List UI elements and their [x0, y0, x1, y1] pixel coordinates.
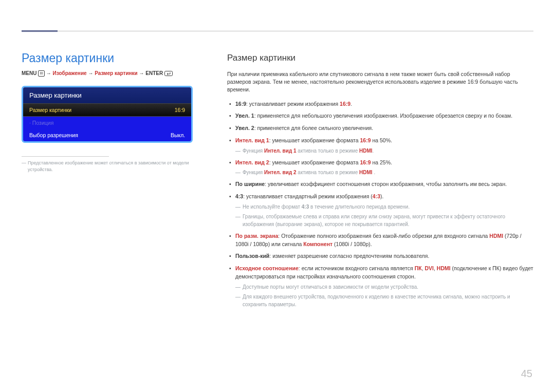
list-item: Интел. вид 1: уменьшает изображение форм… — [235, 137, 533, 155]
list-item-note: Функция Интел. вид 2 активна только в ре… — [243, 169, 533, 176]
list-item: 4:3: устанавливает стандартный режим изо… — [235, 193, 533, 228]
list-item: Увел. 1: применяется для небольшого увел… — [235, 112, 533, 120]
list-item-note: Доступные порты могут отличаться в завис… — [243, 283, 533, 291]
osd-row-label: Позиция — [29, 120, 53, 126]
header-rule — [22, 31, 533, 31]
list-item: 16:9: устанавливает режим изображения 16… — [235, 100, 533, 108]
menu-icon: III — [38, 70, 45, 77]
list-item: По ширине: увеличивает коэффициент соотн… — [235, 180, 533, 189]
osd-row[interactable]: Позиция — [23, 117, 191, 129]
divider — [22, 156, 109, 157]
subsection-title: Размер картинки — [227, 53, 533, 63]
page-number: 45 — [521, 368, 532, 380]
body-list: 16:9: устанавливает режим изображения 16… — [227, 100, 533, 308]
osd-body: Размер картинки16:9ПозицияВыбор разрешен… — [23, 103, 191, 141]
path-enter: ENTER — [145, 70, 163, 76]
footnote: Представленное изображение может отличат… — [22, 160, 196, 172]
osd-row[interactable]: Размер картинки16:9 — [23, 103, 191, 117]
list-item: Исходное соотношение: если источником вх… — [235, 265, 533, 308]
list-item-note: Границы, отображаемые слева и справа или… — [243, 213, 533, 228]
osd-row[interactable]: Выбор разрешенияВыкл. — [23, 129, 191, 141]
osd-row-value: 16:9 — [175, 107, 185, 113]
list-item: Пользов-кий: изменяет разрешение согласн… — [235, 252, 533, 260]
path-step: Размер картинки — [95, 70, 138, 76]
osd-row-value: Выкл. — [171, 132, 185, 138]
path-menu: MENU — [22, 70, 36, 76]
list-item-note: Не используйте формат 4:3 в течение длит… — [243, 203, 533, 211]
list-item: Увел. 2: применяется для более сильного … — [235, 124, 533, 133]
section-title: Размер картинки — [22, 51, 196, 65]
list-item: По разм. экрана: Отображение полного изо… — [235, 232, 533, 249]
list-item-note: Для каждого внешнего устройства, подключ… — [243, 293, 533, 308]
list-item: Интел. вид 2: уменьшает изображение форм… — [235, 159, 533, 177]
osd-row-label: Выбор разрешения — [29, 132, 78, 138]
osd-header: Размер картинки — [23, 87, 191, 103]
svg-rect-0 — [165, 71, 173, 76]
intro-text: При наличии приемника кабельного или спу… — [227, 70, 533, 94]
osd-row-label: Размер картинки — [29, 107, 71, 113]
path-step: Изображение — [52, 70, 86, 76]
enter-icon — [164, 70, 173, 76]
menu-path: MENU III → Изображение → Размер картинки… — [22, 70, 196, 77]
osd-panel: Размер картинки Размер картинки16:9Позиц… — [22, 86, 193, 143]
list-item-note: Функция Интел. вид 1 активна только в ре… — [243, 147, 533, 155]
